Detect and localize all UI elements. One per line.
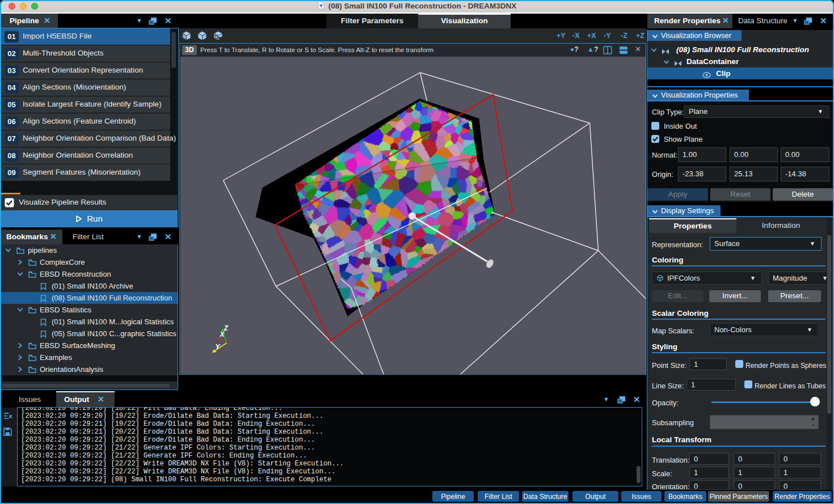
svg-text:X: X [219,331,225,338]
svg-text:Y: Y [215,343,220,351]
